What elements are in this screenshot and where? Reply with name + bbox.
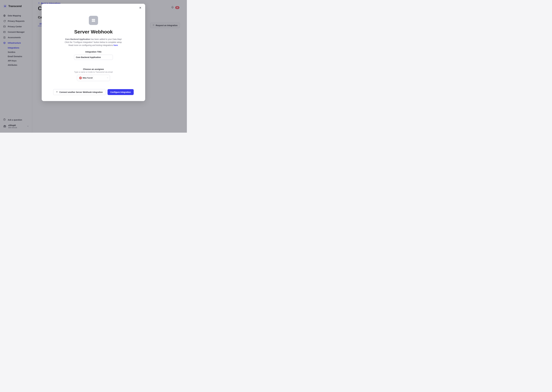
assignee-sublabel: Type a name or invite to Transcend via e…: [44, 71, 142, 73]
modal-overlay[interactable]: Server Webhook Core Backend Application …: [0, 0, 187, 133]
modal-title: Server Webhook: [44, 29, 142, 35]
modal-desc-link[interactable]: here: [114, 44, 118, 46]
configure-integration-button[interactable]: Configure Integration: [108, 89, 134, 95]
plus-icon: [56, 91, 58, 93]
integration-title-input[interactable]: [74, 55, 113, 60]
svg-point-13: [92, 19, 93, 20]
modal-description: Core Backend Application has been added …: [63, 38, 124, 47]
modal-actions: Connect another Server Webhook integrati…: [44, 89, 142, 95]
server-icon: [89, 16, 98, 25]
modal-desc-bold: Core Backend Application: [65, 38, 90, 40]
assignee-label: Choose an assignee: [44, 68, 142, 70]
chevron-down-icon: [107, 77, 108, 79]
modal-desc-period: .: [118, 44, 118, 46]
assignee-select[interactable]: M Mike Farrell: [77, 75, 110, 81]
assignee-name: Mike Farrell: [83, 77, 93, 79]
close-icon[interactable]: [139, 6, 142, 10]
avatar: M: [79, 77, 82, 79]
assignee-chip[interactable]: M Mike Farrell: [79, 76, 94, 80]
connect-another-button[interactable]: Connect another Server Webhook integrati…: [53, 89, 106, 95]
integration-title-label: Integration Title: [44, 50, 142, 53]
svg-point-14: [92, 21, 93, 21]
connect-another-label: Connect another Server Webhook integrati…: [59, 91, 103, 93]
server-webhook-modal: Server Webhook Core Backend Application …: [42, 4, 145, 101]
